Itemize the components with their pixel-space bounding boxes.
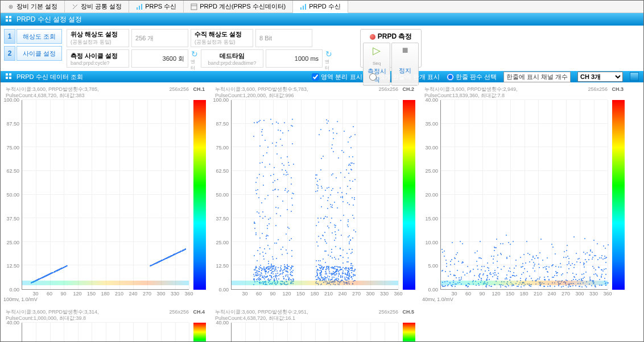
colorbar [193, 323, 206, 341]
phase-res-value: 256 개 [131, 29, 188, 47]
stop-icon: ■ [393, 44, 417, 56]
colorbar [403, 323, 415, 341]
tab-3[interactable]: PRPD 계산(PRPS 수신데이터) [184, 1, 293, 12]
svg-rect-8 [303, 6, 304, 10]
svg-rect-16 [6, 77, 8, 79]
chart-CH.2: 누적사이클:3,600, PRPD발생횟수:5,783,PulseCount:1… [211, 84, 418, 304]
colorbar [403, 100, 415, 290]
refresh-icon[interactable]: ↻ [325, 49, 332, 59]
grid-icon [5, 15, 13, 23]
plot-area[interactable] [231, 323, 398, 341]
expand-button[interactable] [630, 72, 639, 81]
svg-rect-4 [141, 4, 142, 10]
plot-area[interactable] [22, 100, 189, 290]
svg-rect-3 [139, 6, 140, 10]
svg-rect-9 [305, 4, 306, 10]
play-icon: ▷ [365, 44, 389, 57]
record-icon [370, 34, 375, 40]
svg-rect-15 [9, 73, 11, 76]
row-count-label: 한줄에 표시 채널 개수 [503, 72, 571, 82]
phase-res-box: 위상 해상도 설정 (공통설정과 동일) [67, 29, 129, 47]
svg-rect-14 [6, 73, 8, 76]
tab-4[interactable]: PRPD 수신 [293, 1, 348, 13]
channel-count-select[interactable]: CH 3개 [577, 72, 623, 82]
cycle-value[interactable]: 3600 회 [131, 49, 188, 68]
vert-res-value: 8 Bit [255, 29, 312, 47]
settings-header: PRPD 수신 설정 설정 [1, 13, 643, 26]
measurement-control: PRPD 측정 ▷ Seq 측정시작 ■ 정지 [360, 29, 422, 68]
grid-icon [5, 73, 13, 81]
chart-icon [300, 3, 307, 10]
svg-rect-12 [6, 19, 8, 22]
gear-icon [7, 3, 14, 10]
svg-point-1 [10, 6, 12, 7]
calc-icon [191, 3, 197, 10]
svg-rect-2 [137, 7, 138, 10]
plot-area[interactable] [231, 100, 398, 290]
view-options-bar: PRPD 수신 데이터 조회 영역 분리 표시 크게 한줄에 한개 표시 한줄 … [1, 71, 643, 82]
settings-title: PRPD 수신 설정 설정 [16, 15, 82, 24]
step-2[interactable]: 2 사이클 설정 [4, 46, 62, 61]
row-count-radio[interactable]: 한줄 판수 선택 [447, 73, 497, 81]
chart-icon [136, 3, 143, 10]
plot-area[interactable] [22, 323, 189, 341]
tab-1[interactable]: 장비 공통 설정 [65, 1, 129, 12]
vert-res-box: 수직 해상도 설정 (공통설정과 동일) [191, 29, 253, 47]
chart-CH.4: 누적사이클:3,600, PRPD발생횟수:3,314,PulseCount:1… [2, 306, 209, 341]
step-group: 1 해상도 조회 2 사이클 설정 [4, 29, 62, 68]
data-view-title: PRPD 수신 데이터 조회 [16, 73, 83, 81]
chart-CH.1: 누적사이클:3,600, PRPD발생횟수:3,785,PulseCount:4… [2, 84, 209, 304]
deadtime-box: 데드타임 band:prpd:deadtime? [201, 49, 263, 68]
svg-rect-10 [6, 16, 8, 18]
svg-rect-13 [9, 19, 11, 22]
svg-rect-17 [9, 77, 11, 79]
tools-icon [72, 3, 79, 10]
svg-rect-5 [191, 4, 197, 10]
tab-bar: 장비 기본 설정장비 공통 설정PRPS 수신PRPD 계산(PRPS 수신데이… [1, 1, 643, 13]
area-split-checkbox[interactable]: 영역 분리 표시 [312, 73, 362, 81]
svg-rect-11 [9, 16, 11, 18]
svg-rect-7 [300, 7, 302, 10]
colorbar [612, 100, 625, 290]
cycle-box: 측정 사이클 설정 band:prpd:cycle? [67, 49, 129, 68]
colorbar [193, 100, 206, 290]
charts-container: 누적사이클:3,600, PRPD발생횟수:3,785,PulseCount:4… [1, 82, 643, 341]
settings-panel: 1 해상도 조회 2 사이클 설정 위상 해상도 설정 (공통설정과 동일) 2… [1, 26, 643, 71]
chart-CH.3: 누적사이클:3,600, PRPD발생횟수:2,949,PulseCount:1… [420, 84, 628, 304]
deadtime-value[interactable]: 1000 ms [266, 49, 323, 68]
refresh-icon[interactable]: ↻ [191, 49, 198, 59]
large-one-radio[interactable]: 크게 한줄에 한개 표시 [369, 73, 440, 81]
plot-area[interactable] [440, 100, 608, 290]
tab-2[interactable]: PRPS 수신 [129, 1, 184, 12]
step-1[interactable]: 1 해상도 조회 [4, 29, 62, 44]
chart-CH.5: 누적사이클:3,600, PRPD발생횟수:2,951,PulseCount:4… [211, 306, 418, 341]
tab-0[interactable]: 장비 기본 설정 [1, 1, 65, 12]
